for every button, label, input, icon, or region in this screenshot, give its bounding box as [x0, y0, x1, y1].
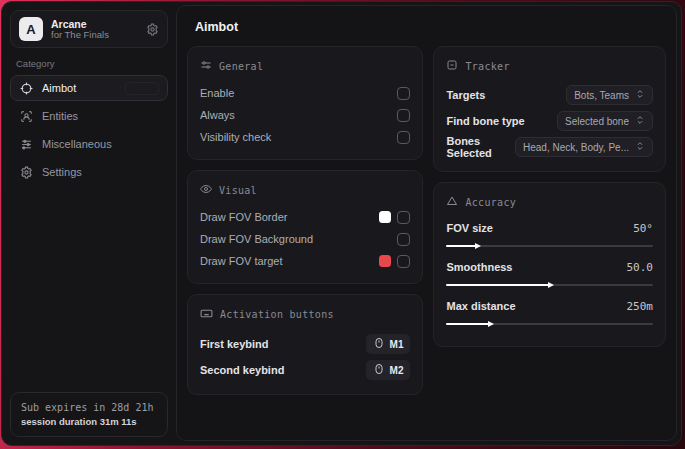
keybind-value: M2	[390, 365, 404, 376]
settings-sliders-icon	[200, 59, 212, 73]
app-subtitle: for The Finals	[51, 30, 138, 41]
slider-thumb[interactable]	[475, 243, 481, 249]
sub-expiry-text: Sub expires in 28d 21h	[21, 400, 157, 415]
frame-minus-icon	[446, 59, 458, 73]
gear-icon[interactable]	[146, 23, 159, 36]
max-distance-slider[interactable]	[446, 323, 653, 325]
triangle-icon	[446, 195, 458, 209]
sidebar-item-label: Miscellaneous	[42, 138, 112, 150]
option-label: Enable	[200, 87, 234, 99]
sidebar-item-entities[interactable]: Entities	[10, 103, 168, 129]
session-duration-text: session duration 31m 11s	[21, 415, 157, 429]
sliders-icon	[20, 138, 33, 151]
card-title: Activation buttons	[220, 309, 334, 320]
mouse-icon	[373, 337, 385, 351]
app-window: A Arcane for The Finals Category	[1, 1, 682, 446]
targets-select[interactable]: Bots, Teams	[566, 85, 653, 105]
option-label: Max distance	[446, 300, 515, 312]
smoothness-setting: Smoothness 50.0	[446, 257, 653, 286]
option-label: FOV size	[446, 222, 492, 234]
fov-size-setting: FOV size 50°	[446, 218, 653, 247]
second-keybind-button[interactable]: M2	[366, 360, 411, 380]
sidebar-item-settings[interactable]: Settings	[10, 159, 168, 185]
option-label: Draw FOV target	[200, 255, 283, 267]
select-value: Bots, Teams	[574, 90, 629, 101]
enable-checkbox[interactable]	[397, 87, 410, 100]
sidebar-item-label: Entities	[42, 110, 78, 122]
app-title: Arcane	[51, 18, 138, 30]
option-label: Draw FOV Background	[200, 233, 313, 245]
sidebar-item-label: Aimbot	[42, 82, 76, 94]
option-label: Visibility check	[200, 131, 271, 143]
sidebar-item-aimbot[interactable]: Aimbot	[10, 75, 168, 101]
bones-selected-select[interactable]: Head, Neck, Body, Pe...	[515, 137, 653, 157]
card-title: General	[219, 61, 263, 72]
sidebar-item-miscellaneous[interactable]: Miscellaneous	[10, 131, 168, 157]
chevrons-up-down-icon	[635, 115, 645, 127]
category-label: Category	[16, 58, 162, 69]
keybind-hint-chip	[125, 82, 159, 95]
option-label: Find bone type	[446, 115, 524, 127]
option-label: Draw FOV Border	[200, 211, 287, 223]
tracker-card: Tracker Targets Bots, Teams	[433, 46, 666, 172]
smoothness-value: 50.0	[627, 261, 654, 274]
always-checkbox[interactable]	[397, 109, 410, 122]
max-distance-setting: Max distance 250m	[446, 296, 653, 325]
fov-border-color-swatch[interactable]	[379, 211, 391, 223]
visual-card: Visual Draw FOV Border Draw FOV Backgrou…	[187, 170, 423, 284]
main-panel: Aimbot General Enable	[176, 5, 677, 441]
activation-buttons-card: Activation buttons First keybind M1	[187, 294, 423, 395]
draw-fov-target-checkbox[interactable]	[397, 255, 410, 268]
first-keybind-button[interactable]: M1	[366, 334, 411, 354]
card-title: Visual	[219, 185, 257, 196]
slider-thumb[interactable]	[548, 282, 554, 288]
mouse-icon	[373, 363, 385, 377]
chevrons-up-down-icon	[635, 89, 645, 101]
option-label: Targets	[446, 89, 485, 101]
sidebar: A Arcane for The Finals Category	[2, 2, 176, 445]
slider-thumb[interactable]	[488, 321, 494, 327]
option-label: First keybind	[200, 338, 268, 350]
option-label: Bones Selected	[446, 135, 515, 159]
chevrons-up-down-icon	[635, 141, 645, 153]
visibility-check-checkbox[interactable]	[397, 131, 410, 144]
find-bone-type-select[interactable]: Selected bone	[557, 111, 653, 131]
card-title: Tracker	[465, 61, 509, 72]
option-label: Second keybind	[200, 364, 284, 376]
sidebar-item-label: Settings	[42, 166, 82, 178]
select-value: Selected bone	[565, 116, 629, 127]
subscription-info-card: Sub expires in 28d 21h session duration …	[10, 392, 168, 437]
max-distance-value: 250m	[627, 300, 654, 313]
accuracy-card: Accuracy FOV size 50° Smoothness	[433, 182, 666, 347]
card-title: Accuracy	[465, 197, 516, 208]
app-logo: A	[19, 17, 43, 41]
keybind-value: M1	[390, 339, 404, 350]
person-scan-icon	[20, 110, 33, 123]
logo-card: A Arcane for The Finals	[10, 10, 168, 48]
keyboard-icon	[200, 307, 213, 322]
draw-fov-background-checkbox[interactable]	[397, 233, 410, 246]
general-card: General Enable Always Visibility check	[187, 46, 423, 160]
page-title: Aimbot	[195, 20, 666, 34]
smoothness-slider[interactable]	[446, 284, 653, 286]
fov-size-slider[interactable]	[446, 245, 653, 247]
crosshair-icon	[20, 82, 33, 95]
gear-icon	[20, 166, 33, 179]
option-label: Always	[200, 109, 235, 121]
select-value: Head, Neck, Body, Pe...	[523, 142, 629, 153]
option-label: Smoothness	[446, 261, 512, 273]
draw-fov-border-checkbox[interactable]	[397, 211, 410, 224]
fov-size-value: 50°	[633, 222, 653, 235]
sidebar-nav: Aimbot Entities Miscellaneous	[2, 75, 176, 185]
fov-target-color-swatch[interactable]	[379, 255, 391, 267]
eye-icon	[200, 183, 212, 197]
